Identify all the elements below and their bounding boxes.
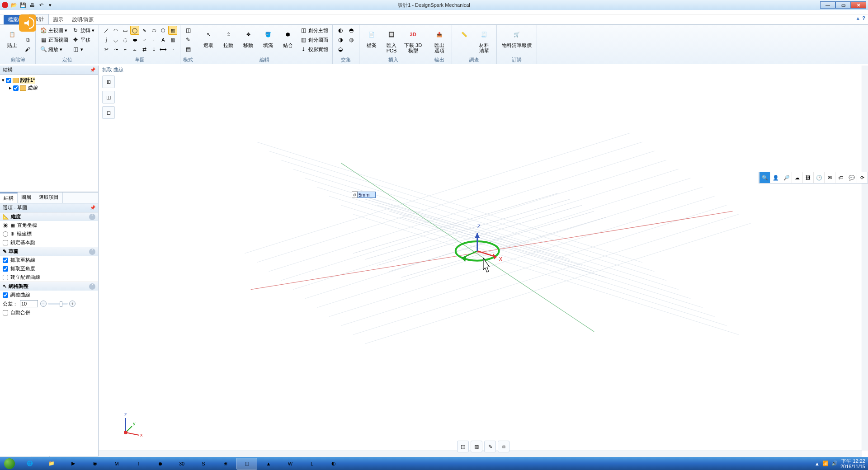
tb-explorer[interactable]: 📁	[41, 458, 62, 470]
plus-button[interactable]: +	[69, 301, 75, 307]
tb-calendar[interactable]: 30	[171, 458, 192, 470]
tb-skype[interactable]: S	[193, 458, 214, 470]
intersect-1[interactable]: ◐	[335, 26, 345, 35]
section-sketch[interactable]: ✎草圖˄	[0, 247, 98, 256]
tolerance-input[interactable]	[20, 300, 38, 307]
fill-tool[interactable]: ▧	[168, 35, 177, 44]
collapse-icon[interactable]: ▾	[2, 77, 5, 83]
opt-lockbase[interactable]: 鎖定基本點	[0, 238, 98, 247]
point-tool[interactable]: ·	[149, 35, 158, 44]
chevron-up-icon[interactable]: ˄	[89, 249, 95, 255]
dimension-input[interactable]	[358, 192, 376, 198]
combine-button[interactable]: ⬢結合	[278, 26, 297, 49]
opt-snap-angle[interactable]: 抓取至角度	[0, 264, 98, 273]
rtool-zoom[interactable]: 🔎	[781, 172, 792, 183]
intersect-5[interactable]: ◍	[346, 35, 356, 44]
root-checkbox[interactable]	[6, 78, 11, 83]
taskbar-clock[interactable]: 下午 12:22 2016/11/15	[840, 458, 865, 469]
tolerance-slider[interactable]: − +	[40, 301, 75, 307]
circle3p-tool[interactable]: ◌	[121, 35, 130, 44]
intersect-4[interactable]: ◓	[346, 26, 356, 35]
pin-icon[interactable]: 📌	[90, 67, 95, 72]
rtool-user[interactable]: 👤	[770, 172, 781, 183]
rtool-search[interactable]: 🔍	[759, 172, 770, 183]
bom-button[interactable]: 🧾材料 清單	[475, 26, 494, 55]
zoom-button[interactable]: 🔍縮放▾	[38, 45, 70, 54]
qat-dropdown[interactable]: ▾	[46, 1, 54, 9]
canvas-viewport[interactable]: 抓取 曲線 ⊞ ◫ ◻	[99, 66, 868, 457]
minimize-button[interactable]: —	[820, 1, 835, 9]
select-button[interactable]: ↖選取	[199, 26, 218, 49]
view-perspective-button[interactable]: ⧈	[498, 441, 509, 452]
rtool-speech[interactable]: 💬	[846, 172, 857, 183]
tray-network-icon[interactable]: 📶	[822, 461, 829, 466]
chevron-up-icon[interactable]: ˄	[89, 283, 95, 290]
paint-button[interactable]: 🖌	[23, 45, 33, 54]
rtool-clock[interactable]: 🕒	[813, 172, 824, 183]
tab-display[interactable]: 顯示	[49, 15, 68, 24]
vertical-scrollbar[interactable]	[862, 66, 868, 451]
chevron-up-icon[interactable]: ˄	[89, 214, 95, 220]
view-iso-button[interactable]: ◫	[457, 441, 469, 452]
side-tool-3[interactable]: ◻	[102, 106, 115, 119]
intersect-3[interactable]: ◒	[335, 45, 345, 54]
trim-tool[interactable]: ✂	[102, 45, 111, 54]
radio-icon[interactable]	[3, 231, 8, 237]
measure-button[interactable]: 📏	[455, 26, 474, 43]
tb-word[interactable]: W	[280, 458, 301, 470]
download-3d-button[interactable]: 3D下載 3D 模型	[402, 26, 424, 55]
view-cube-button[interactable]: ◫▾	[71, 45, 96, 54]
qat-open[interactable]: 📂	[10, 1, 18, 9]
export-options-button[interactable]: 📤匯出 選項	[430, 26, 449, 55]
tangent-line-tool[interactable]: ⟋	[140, 35, 149, 44]
slider-track[interactable]	[48, 303, 68, 305]
tb-ie[interactable]: 🌐	[19, 458, 40, 470]
arc-tool[interactable]: ◠	[111, 26, 120, 35]
offset-tool[interactable]: ⫠	[130, 45, 139, 54]
split-body-button[interactable]: ◫創分主體	[298, 26, 330, 35]
plan-view-button[interactable]: ▦正面視圖	[38, 35, 70, 44]
tb-gmail[interactable]: M	[106, 458, 127, 470]
tb-chrome[interactable]: ◉	[85, 458, 105, 470]
tb-media[interactable]: ▶	[63, 458, 84, 470]
tab-selection[interactable]: 選取項目	[35, 193, 63, 203]
3d-canvas[interactable]: x z ⌀	[99, 73, 861, 446]
opt-polar[interactable]: ⊕極坐標	[0, 230, 98, 238]
section-dimension[interactable]: 📐維度˄	[0, 212, 98, 221]
tb-designspark[interactable]: ◫	[236, 458, 257, 470]
construction-tool[interactable]: ▨	[168, 26, 177, 35]
spin-button[interactable]: ↻旋轉▾	[71, 26, 96, 35]
tree-root[interactable]: ▾ 設計1*	[2, 76, 96, 84]
mirror-tool[interactable]: ⇄	[140, 45, 149, 54]
qat-undo[interactable]: ↶	[37, 1, 45, 9]
rtool-tag[interactable]: 🏷	[835, 172, 846, 183]
tb-facebook[interactable]: f	[128, 458, 149, 470]
quote-button[interactable]: 🛒物料清單報價	[500, 26, 534, 49]
opt-adjust-curve[interactable]: 調整曲線	[0, 291, 98, 299]
pin-icon[interactable]: 📌	[90, 205, 95, 210]
radio-icon[interactable]	[3, 223, 8, 228]
text-tool[interactable]: A	[159, 35, 168, 44]
qat-save[interactable]: 💾	[19, 1, 27, 9]
section-grid[interactable]: ↖網格調整˄	[0, 282, 98, 291]
qat-print[interactable]: 🖶	[28, 1, 36, 9]
import-pcb-button[interactable]: 🔲匯入 PCB	[382, 26, 401, 55]
ref-tool[interactable]: ▫	[168, 45, 177, 54]
orientation-triad[interactable]: x y z	[117, 412, 144, 439]
rtool-image[interactable]: 🖼	[802, 172, 813, 183]
tray-sound-icon[interactable]: 🔊	[831, 461, 838, 466]
dimension-tool[interactable]: ⟷	[159, 45, 168, 54]
opt-cartesian[interactable]: ▦直角坐標	[0, 221, 98, 230]
opt-snap-grid[interactable]: 抓取至格線	[0, 256, 98, 264]
project-button[interactable]: ⤓投影實體	[298, 45, 330, 54]
tb-rec[interactable]: ⏺	[150, 458, 170, 470]
tb-app1[interactable]: ⊞	[215, 458, 236, 470]
close-button[interactable]: ✕	[851, 1, 866, 9]
rtool-mail[interactable]: ✉	[824, 172, 835, 183]
opt-automerge[interactable]: 自動合併	[0, 308, 98, 317]
pan-button[interactable]: ✥平移	[71, 35, 96, 44]
tb-vlc[interactable]: ▲	[258, 458, 279, 470]
rect-tool[interactable]: ▭	[121, 26, 130, 35]
structure-tree[interactable]: ▾ 設計1* ▸ 曲線	[0, 75, 98, 192]
circle-tool[interactable]: ◯	[130, 26, 139, 35]
